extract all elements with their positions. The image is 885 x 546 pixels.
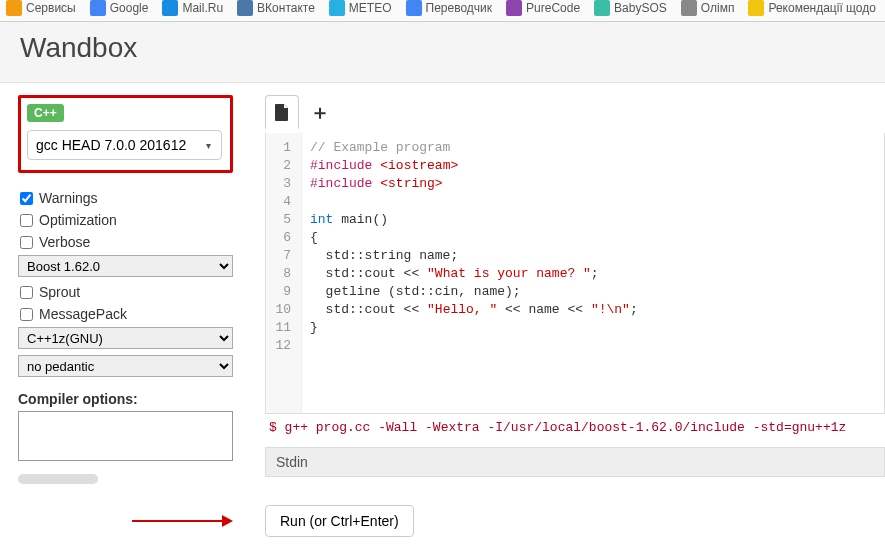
caret-down-icon: ▾ — [206, 140, 211, 151]
bookmark-label: Сервисы — [26, 1, 76, 15]
bookmark-favicon — [237, 0, 253, 16]
page-header: Wandbox — [0, 22, 885, 83]
bookmark-label: Рекомендації щодо — [768, 1, 875, 15]
code-content[interactable]: // Example program#include <iostream>#in… — [302, 133, 884, 413]
code-line: std::cout << "Hello, " << name << "!\n"; — [310, 301, 876, 319]
compiler-dropdown[interactable]: gcc HEAD 7.0.0 201612 ▾ — [27, 130, 222, 160]
line-gutter: 123456789101112 — [266, 133, 302, 413]
option-label: Warnings — [39, 190, 98, 206]
arrow-annotation — [113, 515, 233, 527]
code-line: { — [310, 229, 876, 247]
bookmark-item[interactable]: Google — [90, 0, 149, 16]
compiler-options-input[interactable] — [18, 411, 233, 461]
option-checkbox[interactable] — [20, 286, 33, 299]
option-row[interactable]: Verbose — [18, 231, 233, 253]
options-panel: WarningsOptimizationVerbose — [18, 187, 233, 253]
code-line: std::string name; — [310, 247, 876, 265]
sidebar: C++ gcc HEAD 7.0.0 201612 ▾ WarningsOpti… — [18, 95, 233, 537]
line-number: 10 — [270, 301, 295, 319]
stdin-toggle[interactable]: Stdin — [265, 447, 885, 477]
code-line: #include <iostream> — [310, 157, 876, 175]
line-number: 7 — [270, 247, 295, 265]
page-title: Wandbox — [20, 32, 865, 64]
option-row[interactable]: MessagePack — [18, 303, 233, 325]
line-number: 8 — [270, 265, 295, 283]
option-row[interactable]: Optimization — [18, 209, 233, 231]
bookmark-favicon — [748, 0, 764, 16]
option-row[interactable]: Warnings — [18, 187, 233, 209]
option-checkbox[interactable] — [20, 214, 33, 227]
bookmark-label: ВКонтакте — [257, 1, 315, 15]
bookmark-item[interactable]: BabySOS — [594, 0, 667, 16]
main-area: C++ gcc HEAD 7.0.0 201612 ▾ WarningsOpti… — [0, 83, 885, 546]
bookmark-favicon — [681, 0, 697, 16]
pedantic-select[interactable]: no pedantic — [18, 355, 233, 377]
scrollbar-stub — [18, 474, 98, 484]
bookmark-favicon — [329, 0, 345, 16]
option-checkbox[interactable] — [20, 192, 33, 205]
line-number: 11 — [270, 319, 295, 337]
line-number: 12 — [270, 337, 295, 355]
code-line: #include <string> — [310, 175, 876, 193]
option-label: MessagePack — [39, 306, 127, 322]
run-row: Run (or Ctrl+Enter) — [265, 505, 885, 537]
bookmark-item[interactable]: Переводчик — [406, 0, 493, 16]
bookmark-item[interactable]: PureCode — [506, 0, 580, 16]
add-tab-button[interactable]: ＋ — [303, 95, 337, 129]
option-label: Optimization — [39, 212, 117, 228]
editor-column: ＋ 123456789101112 // Example program#inc… — [265, 95, 885, 537]
bookmark-label: Mail.Ru — [182, 1, 223, 15]
bookmarks-bar: СервисыGoogleMail.RuВКонтактеMETEOПерево… — [0, 0, 885, 22]
plus-icon: ＋ — [310, 99, 330, 126]
tab-bar: ＋ — [265, 95, 885, 133]
bookmark-label: Google — [110, 1, 149, 15]
code-line — [310, 193, 876, 211]
std-select[interactable]: C++1z(GNU) — [18, 327, 233, 349]
compiler-dropdown-label: gcc HEAD 7.0.0 201612 — [36, 137, 186, 153]
file-icon — [275, 104, 289, 121]
bookmark-item[interactable]: Mail.Ru — [162, 0, 223, 16]
line-number: 5 — [270, 211, 295, 229]
bookmark-label: PureCode — [526, 1, 580, 15]
bookmark-item[interactable]: Олімп — [681, 0, 735, 16]
bookmark-favicon — [594, 0, 610, 16]
code-line: int main() — [310, 211, 876, 229]
bookmark-label: Переводчик — [426, 1, 493, 15]
bookmark-favicon — [506, 0, 522, 16]
option-label: Verbose — [39, 234, 90, 250]
bookmark-favicon — [406, 0, 422, 16]
line-number: 6 — [270, 229, 295, 247]
bookmark-favicon — [6, 0, 22, 16]
compiler-options-label: Compiler options: — [18, 391, 233, 407]
line-number: 9 — [270, 283, 295, 301]
code-line — [310, 337, 876, 355]
bookmark-item[interactable]: Сервисы — [6, 0, 76, 16]
bookmark-label: METEO — [349, 1, 392, 15]
code-line: } — [310, 319, 876, 337]
bookmark-favicon — [90, 0, 106, 16]
line-number: 3 — [270, 175, 295, 193]
compiler-highlight-box: C++ gcc HEAD 7.0.0 201612 ▾ — [18, 95, 233, 173]
line-number: 4 — [270, 193, 295, 211]
line-number: 1 — [270, 139, 295, 157]
bookmark-item[interactable]: METEO — [329, 0, 392, 16]
options-panel-2: SproutMessagePack — [18, 281, 233, 325]
run-button[interactable]: Run (or Ctrl+Enter) — [265, 505, 414, 537]
bookmark-item[interactable]: Рекомендації щодо — [748, 0, 875, 16]
option-checkbox[interactable] — [20, 308, 33, 321]
option-row[interactable]: Sprout — [18, 281, 233, 303]
line-number: 2 — [270, 157, 295, 175]
code-editor[interactable]: 123456789101112 // Example program#inclu… — [265, 133, 885, 414]
code-line: std::cout << "What is your name? "; — [310, 265, 876, 283]
file-tab[interactable] — [265, 95, 299, 129]
code-line: getline (std::cin, name); — [310, 283, 876, 301]
bookmark-favicon — [162, 0, 178, 16]
code-line: // Example program — [310, 139, 876, 157]
compiler-command-line: $ g++ prog.cc -Wall -Wextra -I/usr/local… — [265, 414, 885, 441]
bookmark-label: BabySOS — [614, 1, 667, 15]
bookmark-item[interactable]: ВКонтакте — [237, 0, 315, 16]
bookmark-label: Олімп — [701, 1, 735, 15]
option-checkbox[interactable] — [20, 236, 33, 249]
language-badge: C++ — [27, 104, 64, 122]
boost-select[interactable]: Boost 1.62.0 — [18, 255, 233, 277]
